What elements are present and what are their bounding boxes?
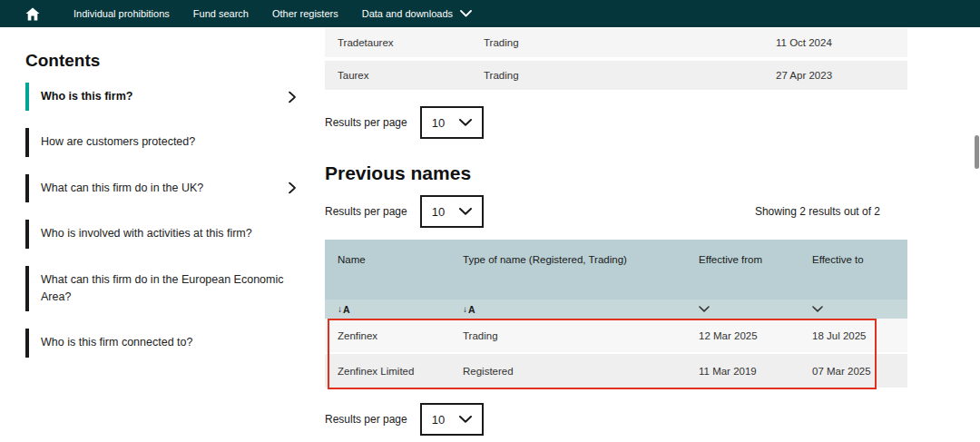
select-value: 10 (432, 116, 445, 130)
results-per-page-label: Results per page (325, 116, 407, 129)
nav-item-label: Individual prohibitions (74, 8, 170, 19)
home-icon (25, 7, 40, 21)
nav-item-other-registers[interactable]: Other registers (272, 8, 338, 19)
contents-sidebar: Contents Who is this firm? How are custo… (25, 51, 309, 375)
results-per-page-control: Results per page 10 (325, 106, 907, 139)
cell-date: 11 Oct 2024 (776, 37, 907, 48)
select-value: 10 (432, 205, 445, 219)
cell-name: Zenfinex Limited (338, 366, 463, 377)
table-row: Zenfinex Limited Registered 11 Mar 2019 … (325, 354, 907, 388)
chevron-down-icon (459, 416, 472, 423)
sidebar-item-label: Who is this firm connected to? (41, 336, 192, 349)
column-header-type: Type of name (Registered, Trading) (463, 252, 699, 267)
chevron-down-icon (699, 306, 710, 312)
cell-effective-from: 12 Mar 2025 (699, 330, 812, 341)
sort-letter: A (343, 304, 350, 315)
select-value: 10 (432, 413, 445, 427)
table-row: Tradetaurex Trading 11 Oct 2024 (325, 28, 907, 57)
home-button[interactable] (25, 7, 40, 21)
results-summary: Showing 2 results out of 2 (755, 205, 880, 218)
cell-effective-from: 11 Mar 2019 (699, 366, 812, 377)
chevron-down-icon (459, 119, 472, 126)
results-per-page-select[interactable]: 10 (420, 403, 484, 436)
trading-names-table: Tradetaurex Trading 11 Oct 2024 Taurex T… (325, 28, 907, 90)
results-per-page-select[interactable]: 10 (420, 106, 484, 139)
sidebar-item-who-is-this-firm[interactable]: Who is this firm? (25, 83, 309, 111)
sort-effective-from-button[interactable] (699, 306, 812, 312)
sidebar-item-who-connected-to[interactable]: Who is this firm connected to? (25, 329, 309, 357)
sidebar-item-label: Who is involved with activities at this … (41, 227, 252, 240)
table-row: Zenfinex Trading 12 Mar 2025 18 Jul 2025 (325, 319, 907, 352)
sidebar-item-how-are-customers-protected[interactable]: How are customers protected? (25, 128, 309, 156)
table-sort-row: ↓ A ↓ A (325, 300, 907, 319)
vertical-scrollbar-thumb[interactable] (975, 135, 979, 169)
main-content: Tradetaurex Trading 11 Oct 2024 Taurex T… (325, 28, 907, 436)
nav-item-label: Fund search (193, 8, 249, 19)
sidebar-item-european-economic-area[interactable]: What can this firm do in the European Ec… (25, 266, 309, 312)
page: Individual prohibitions Fund search Othe… (0, 0, 980, 442)
results-per-page-control: Results per page 10 (325, 195, 484, 228)
cell-date: 27 Apr 2023 (776, 70, 907, 81)
top-navigation: Individual prohibitions Fund search Othe… (0, 0, 980, 27)
sort-name-button[interactable]: ↓ A (338, 304, 463, 315)
results-per-page-label: Results per page (325, 413, 407, 426)
sidebar-item-label: What can this firm do in the European Ec… (41, 273, 284, 303)
chevron-down-icon (459, 208, 472, 215)
sort-ascending-icon: ↓ (338, 304, 342, 314)
cell-type: Trading (463, 330, 699, 341)
cell-type: Registered (463, 366, 699, 377)
sidebar-item-who-is-involved[interactable]: Who is involved with activities at this … (25, 220, 309, 248)
sidebar-item-label: What can this firm do in the UK? (41, 182, 203, 194)
sidebar-item-label: How are customers protected? (41, 135, 195, 148)
previous-names-heading: Previous names (325, 162, 907, 184)
column-header-name: Name (338, 252, 463, 267)
nav-item-label: Other registers (272, 8, 338, 19)
table-header-row: Name Type of name (Registered, Trading) … (325, 240, 907, 300)
cell-name: Taurex (338, 70, 484, 81)
chevron-down-icon (460, 10, 472, 17)
chevron-right-icon (289, 91, 296, 103)
chevron-down-icon (812, 306, 823, 312)
previous-names-table: Name Type of name (Registered, Trading) … (325, 240, 907, 388)
sidebar-item-what-can-firm-do-uk[interactable]: What can this firm do in the UK? (25, 174, 309, 202)
column-header-effective-from: Effective from (699, 252, 812, 267)
results-per-page-select[interactable]: 10 (420, 195, 484, 228)
cell-name: Tradetaurex (338, 37, 484, 48)
cell-name: Zenfinex (338, 330, 463, 341)
table-row: Taurex Trading 27 Apr 2023 (325, 61, 907, 90)
sort-effective-to-button[interactable] (812, 306, 907, 312)
column-header-effective-to: Effective to (812, 252, 907, 267)
cell-effective-to: 18 Jul 2025 (812, 330, 907, 341)
results-per-page-label: Results per page (325, 205, 407, 218)
cell-type: Trading (484, 37, 776, 48)
sidebar-title: Contents (25, 51, 309, 71)
sort-type-button[interactable]: ↓ A (463, 304, 699, 315)
cell-effective-to: 07 Mar 2025 (812, 366, 907, 377)
results-row: Results per page 10 Showing 2 results ou… (325, 195, 907, 228)
sort-letter: A (468, 304, 475, 315)
results-per-page-control: Results per page 10 (325, 403, 907, 436)
sidebar-item-label: Who is this firm? (41, 90, 132, 103)
nav-item-label: Data and downloads (362, 8, 453, 19)
nav-item-individual-prohibitions[interactable]: Individual prohibitions (74, 8, 170, 19)
sort-ascending-icon: ↓ (463, 304, 467, 314)
nav-item-data-and-downloads[interactable]: Data and downloads (362, 8, 472, 19)
cell-type: Trading (484, 70, 776, 81)
chevron-right-icon (289, 182, 296, 194)
nav-item-fund-search[interactable]: Fund search (193, 8, 249, 19)
